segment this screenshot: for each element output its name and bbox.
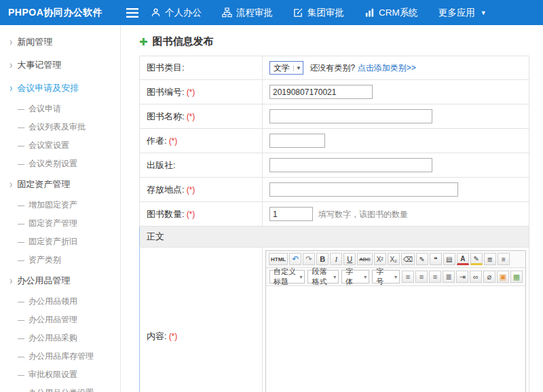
app-logo: PHPOA协同办公软件 [0,7,121,19]
dash-icon: — [18,220,24,227]
select-label: 字体 [345,267,360,287]
align-right-button[interactable]: ≡ [429,271,441,283]
plus-icon: ✚ [139,36,148,48]
sidebar-item-meeting-list[interactable]: —会议列表及审批 [0,118,120,136]
publisher-input[interactable] [269,158,432,172]
italic-button[interactable]: I [330,253,342,265]
book-no-input[interactable] [269,85,373,99]
sidebar-item-supplies-claim[interactable]: —办公用品领用 [0,292,120,311]
sidebar-item-meeting-apply[interactable]: —会议申请 [0,100,120,118]
sidebar-group-events[interactable]: ›大事记管理 [0,54,120,77]
book-no-label: 图书编号: [147,87,185,97]
category-select[interactable]: 文学 ▼ [269,61,303,75]
chevron-down-icon: ▼ [481,9,487,16]
sidebar-item-label: 办公用品分类设置 [29,388,94,392]
sidebar-group-news[interactable]: ›新闻管理 [0,31,120,54]
html-source-button[interactable]: HTML [269,253,288,265]
subscript-button[interactable]: X₂ [388,253,400,265]
align-left-button[interactable]: ≡ [402,271,414,283]
highlight-color-button[interactable]: ✎ [470,253,483,265]
add-category-link[interactable]: 点击添加类别>> [358,63,416,73]
location-input[interactable] [269,182,458,197]
nav-item-crm[interactable]: CRM系统 [364,7,418,19]
nav-item-group-approval[interactable]: 集团审批 [293,7,344,19]
paragraph-format-select[interactable]: 段落格式 ▾ [307,270,339,283]
book-name-input[interactable] [269,109,432,123]
author-input[interactable] [269,134,325,148]
sidebar-item-asset-manage[interactable]: —固定资产管理 [0,214,120,233]
nav-item-more-apps[interactable]: 更多应用 ▼ [438,7,487,19]
nav-item-process-approval[interactable]: 流程审批 [222,7,273,19]
nav-label: 流程审批 [236,7,273,19]
chevron-right-icon: › [10,178,12,191]
nav-item-personal-office[interactable]: 个人办公 [151,7,202,19]
align-center-button[interactable]: ≡ [415,271,428,283]
chevron-right-icon: › [10,36,12,48]
remove-format-button[interactable]: ⌫ [401,253,415,265]
dash-icon: — [18,238,24,246]
sidebar-item-meeting-category[interactable]: —会议类别设置 [0,155,120,173]
insert-map-button[interactable]: ▦ [510,271,523,283]
bold-button[interactable]: B [316,253,329,265]
sidebar-item-asset-category[interactable]: —资产类别 [0,251,120,269]
underline-button[interactable]: U [343,253,356,265]
form-section-body: 正文 [140,227,529,248]
dash-icon: — [18,142,24,149]
undo-button[interactable]: ↶ [289,253,301,265]
sidebar-group-label: 办公用品管理 [17,275,70,286]
nav-label: CRM系统 [379,7,418,19]
chevron-down-icon: ▾ [333,274,336,280]
form-row-content: 内容:(*) HTML ↶ ↷ B I U ABC X² X₂ ⌫ [140,248,529,392]
font-family-select[interactable]: 字体 ▾ [341,270,369,283]
form-row-category: 图书类目: 文学 ▼ 还没有类别? 点击添加类别>> [140,56,529,80]
sidebar-item-asset-depreciation[interactable]: —固定资产折旧 [0,233,120,251]
top-nav: 个人办公 流程审批 集团审批 CRM系统 [151,7,507,19]
font-size-select[interactable]: 字号 ▾ [372,270,400,283]
editor-content-area[interactable] [266,286,525,392]
font-color-button[interactable]: A [457,253,469,265]
sidebar-item-supplies-purchase[interactable]: —办公用品采购 [0,329,120,347]
sidebar-item-label: 会议室设置 [29,140,69,150]
page-title: ✚ 图书信息发布 [139,35,543,48]
unlink-button[interactable]: ⌀ [483,271,495,283]
book-name-label: 图书名称: [147,111,185,121]
sidebar-item-asset-add[interactable]: —增加固定资产 [0,196,120,214]
ordered-list-button[interactable]: ≣ [484,253,496,265]
insert-image-button[interactable]: ▣ [497,271,509,283]
redo-button[interactable]: ↷ [303,253,315,265]
dash-icon: — [18,105,24,113]
content-label: 内容: [147,331,167,341]
rich-text-editor: HTML ↶ ↷ B I U ABC X² X₂ ⌫ ✎ ❝ ▤ A [265,250,526,392]
book-form-table: 图书类目: 文学 ▼ 还没有类别? 点击添加类别>> 图书编号:(*) 图书名称… [139,56,529,392]
superscript-button[interactable]: X² [374,253,386,265]
custom-title-select[interactable]: 自定义标题 ▾ [269,270,305,283]
link-button[interactable]: ∞ [470,271,482,283]
dash-icon: — [18,160,24,168]
sidebar-item-approval-permission[interactable]: —审批权限设置 [0,366,120,384]
sidebar-item-supplies-category[interactable]: —办公用品分类设置 [0,384,120,392]
publisher-label: 出版社: [147,160,176,170]
paste-button[interactable]: ▤ [443,253,455,265]
required-mark: (*) [187,112,195,121]
sidebar-group-fixed-assets[interactable]: ›固定资产管理 [0,173,120,196]
align-justify-button[interactable]: ≣ [443,271,455,283]
sidebar-group-office-supplies[interactable]: ›办公用品管理 [0,269,120,292]
sidebar-item-label: 办公用品管理 [29,315,77,324]
sidebar-item-supplies-inventory[interactable]: —办公用品库存管理 [0,347,120,366]
blockquote-button[interactable]: ❝ [430,253,442,265]
sidebar-group-meetings[interactable]: ›会议申请及安排 [0,77,120,100]
format-painter-button[interactable]: ✎ [416,253,428,265]
indent-button[interactable]: ⇥ [456,271,468,283]
menu-toggle-button[interactable] [121,8,144,18]
strikethrough-button[interactable]: ABC [357,253,372,265]
unordered-list-button[interactable]: ≡ [498,253,510,265]
editor-toolbar-row1: HTML ↶ ↷ B I U ABC X² X₂ ⌫ ✎ ❝ ▤ A [266,251,525,268]
select-label: 段落格式 [312,267,330,287]
quantity-input[interactable] [269,207,313,221]
dash-icon: — [18,334,24,342]
sidebar-item-meeting-room[interactable]: —会议室设置 [0,136,120,155]
chevron-down-icon: ▾ [364,274,367,280]
chevron-down-icon: ▾ [299,274,302,280]
sidebar-item-supplies-manage[interactable]: —办公用品管理 [0,311,120,329]
edit-approval-icon [293,7,303,18]
